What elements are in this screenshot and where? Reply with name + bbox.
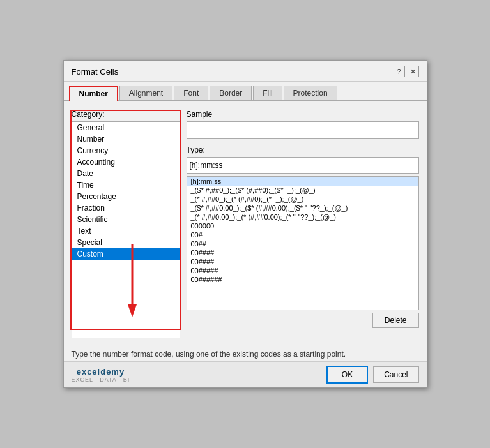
- sample-section: Sample: [187, 110, 419, 139]
- delete-button[interactable]: Delete: [372, 313, 419, 328]
- watermark-brand: exceldemy: [77, 367, 125, 377]
- format-list-item[interactable]: _($* #,##0_);_($* (#,##0);_($* -_);_(@_): [187, 186, 418, 195]
- list-item-custom[interactable]: Custom: [72, 248, 180, 260]
- format-list-container: [h]:mm:ss _($* #,##0_);_($* (#,##0);_($*…: [187, 176, 419, 310]
- category-list-container: General Number Currency Accounting Date …: [72, 121, 180, 338]
- tab-fill[interactable]: Fill: [253, 86, 282, 100]
- tab-font[interactable]: Font: [174, 86, 208, 100]
- list-item[interactable]: Number: [72, 133, 180, 145]
- footer: exceldemy EXCEL · DATA · BI OK Cancel: [64, 361, 427, 387]
- format-list: [h]:mm:ss _($* #,##0_);_($* (#,##0);_($*…: [187, 177, 418, 310]
- format-list-item[interactable]: 00####: [187, 257, 418, 266]
- left-panel: Category: General Number Currency Accoun…: [72, 110, 180, 338]
- title-bar: Format Cells ? ✕: [64, 61, 427, 82]
- tab-content: Category: General Number Currency Accoun…: [64, 100, 427, 345]
- footer-buttons: OK Cancel: [326, 366, 419, 384]
- type-section: Type: [h]:mm:ss _($* #,##0_);_($* (#,##0…: [187, 146, 419, 328]
- format-cells-dialog: Format Cells ? ✕ Number Alignment Font B…: [63, 60, 427, 388]
- tab-bar: Number Alignment Font Border Fill Protec…: [64, 82, 427, 100]
- format-list-item[interactable]: 000000: [187, 221, 418, 230]
- sample-label: Sample: [187, 110, 419, 119]
- delete-row: Delete: [187, 313, 419, 328]
- tab-border[interactable]: Border: [210, 86, 252, 100]
- format-list-item[interactable]: 00#####: [187, 266, 418, 275]
- format-list-item[interactable]: _(* #,##0.00_);_(* (#,##0.00);_(* "-"??_…: [187, 213, 418, 221]
- format-list-item[interactable]: 00##: [187, 239, 418, 248]
- list-item[interactable]: Accounting: [72, 156, 180, 168]
- list-item[interactable]: Special: [72, 237, 180, 248]
- hint-text: Type the number format code, using one o…: [64, 345, 427, 361]
- format-list-item[interactable]: 00####: [187, 248, 418, 257]
- list-item[interactable]: General: [72, 122, 180, 133]
- format-list-item[interactable]: 00######: [187, 275, 418, 284]
- tab-number[interactable]: Number: [69, 86, 118, 101]
- list-item[interactable]: Date: [72, 168, 180, 179]
- sample-box: [187, 121, 419, 139]
- watermark: exceldemy EXCEL · DATA · BI: [72, 367, 130, 383]
- title-bar-buttons: ? ✕: [394, 66, 419, 77]
- category-label: Category:: [72, 110, 180, 119]
- help-button[interactable]: ?: [394, 66, 405, 77]
- format-list-item[interactable]: 00#: [187, 230, 418, 239]
- close-button[interactable]: ✕: [408, 66, 419, 77]
- ok-button[interactable]: OK: [326, 366, 368, 384]
- cancel-button[interactable]: Cancel: [373, 366, 418, 383]
- type-label: Type:: [187, 146, 419, 154]
- list-item[interactable]: Currency: [72, 145, 180, 156]
- format-list-item[interactable]: _(* #,##0_);_(* (#,##0);_(* -_);_(@_): [187, 195, 418, 204]
- list-item[interactable]: Time: [72, 179, 180, 191]
- list-item[interactable]: Percentage: [72, 191, 180, 202]
- format-list-item[interactable]: _($* #,##0.00_);_($* (#,##0.00);_($* "-"…: [187, 204, 418, 213]
- content-row: Category: General Number Currency Accoun…: [72, 110, 419, 338]
- list-item[interactable]: Fraction: [72, 202, 180, 214]
- list-item[interactable]: Text: [72, 225, 180, 237]
- list-item[interactable]: Scientific: [72, 214, 180, 225]
- category-list: General Number Currency Accounting Date …: [72, 122, 180, 338]
- format-list-item[interactable]: [h]:mm:ss: [187, 177, 418, 186]
- tab-protection[interactable]: Protection: [284, 86, 337, 100]
- right-panel: Sample Type: [h]:mm:ss _($* #,##0_);_($*…: [187, 110, 419, 338]
- watermark-sub: EXCEL · DATA · BI: [72, 377, 130, 383]
- tab-alignment[interactable]: Alignment: [119, 86, 172, 100]
- type-input[interactable]: [187, 157, 419, 174]
- dialog-title: Format Cells: [72, 67, 119, 77]
